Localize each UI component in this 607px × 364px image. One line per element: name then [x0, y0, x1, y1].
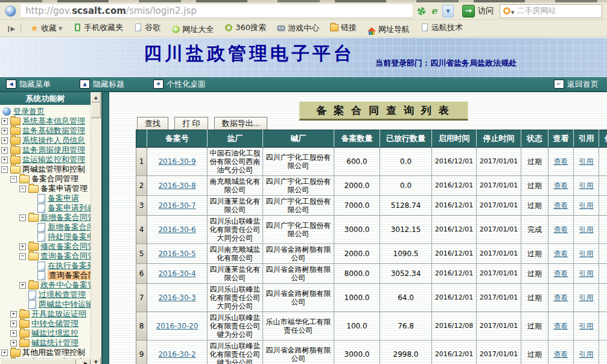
tree-item-link[interactable]: 备案申请管理: [40, 184, 87, 193]
cite-link[interactable]: 引用: [579, 201, 594, 210]
record-id-link[interactable]: 2016-30-3: [158, 293, 195, 302]
vscroll-track[interactable]: [91, 118, 101, 357]
browser-engine-icon[interactable]: e: [430, 7, 439, 16]
collapse-toolbar-icon[interactable]: ❙▶: [6, 25, 14, 32]
search-engine-icon[interactable]: [503, 7, 510, 14]
tree-item-link[interactable]: 登录首页: [13, 107, 45, 116]
tree-item-link[interactable]: 政务中心备案管理: [40, 280, 91, 290]
toolbar-link[interactable]: 360搜索: [224, 22, 266, 33]
toolbar-link[interactable]: 游戏中心: [277, 23, 319, 34]
view-link[interactable]: 查看: [554, 350, 568, 359]
url-input[interactable]: http://gov.scsalt.com/smis/login2.jsp: [20, 4, 413, 18]
expand-plus-icon[interactable]: +: [10, 321, 17, 327]
print-button[interactable]: 打 印: [174, 117, 208, 130]
collapse-minus-icon[interactable]: −: [19, 253, 26, 260]
tree-vertical-scrollbar[interactable]: ▲ ▼: [91, 92, 101, 364]
tree-item-link[interactable]: 新增备案合同管理: [40, 213, 91, 222]
tree-item-link[interactable]: 两碱盐中转运输: [39, 300, 91, 309]
search-input[interactable]: ▼ 二手房网站: [500, 4, 602, 18]
url-dropdown-button[interactable]: ▼: [442, 5, 454, 17]
toolbar-link[interactable]: ★收藏▼: [30, 23, 62, 34]
tree-item-link[interactable]: 待处理备案申请: [48, 232, 91, 242]
vscroll-thumb[interactable]: [91, 102, 101, 118]
tree-item-link[interactable]: 两碱盐管理和控制: [22, 165, 85, 174]
tree-horizontal-scrollbar[interactable]: ▶: [0, 359, 91, 364]
tree-item-link[interactable]: 备案申请列表: [48, 203, 91, 213]
tree-item-link[interactable]: 碱盐过境监控: [31, 328, 78, 338]
vscroll-up-button[interactable]: ▲: [91, 92, 101, 102]
go-button[interactable]: → 访问: [462, 5, 494, 17]
tree-item-link[interactable]: 盐务基础数据管理: [22, 126, 85, 136]
collapse-minus-icon[interactable]: −: [10, 176, 17, 183]
cite-link[interactable]: 引用: [579, 249, 594, 258]
tree-item-link[interactable]: 系统基本信息管理: [22, 116, 85, 126]
view-link[interactable]: 查看: [554, 157, 568, 166]
expand-plus-icon[interactable]: +: [1, 118, 8, 125]
view-link[interactable]: 查看: [554, 269, 568, 278]
cite-link[interactable]: 引用: [579, 350, 594, 359]
search-button[interactable]: 查找: [137, 117, 168, 130]
toolbar-link[interactable]: 远航技术: [421, 22, 463, 33]
cite-link[interactable]: 引用: [579, 157, 594, 166]
personalize-desktop-button[interactable]: ❖ 个性化桌面: [153, 79, 206, 90]
toolbar-link[interactable]: 手机收藏夹: [73, 22, 123, 33]
expand-plus-icon[interactable]: +: [19, 282, 26, 289]
collapse-minus-icon[interactable]: −: [19, 186, 26, 192]
hide-menu-button[interactable]: ◀ 隐藏菜单: [6, 79, 51, 90]
hscroll-thumb[interactable]: [0, 359, 76, 364]
tree-item-link[interactable]: 系统操作人员信息: [22, 136, 85, 145]
expand-plus-icon[interactable]: +: [10, 311, 17, 318]
tree-item-link[interactable]: 碱盐统计管理: [31, 338, 78, 348]
return-home-button[interactable]: ↵ 返回首页: [554, 79, 599, 90]
tree-item-link[interactable]: 盐运输监控和管理: [22, 155, 85, 165]
toolbar-link[interactable]: 网址导航: [367, 24, 410, 35]
expand-plus-icon[interactable]: +: [1, 147, 8, 154]
view-link[interactable]: 查看: [554, 249, 568, 258]
toolbar-link[interactable]: 链接: [330, 22, 357, 33]
expand-plus-icon[interactable]: +: [10, 340, 17, 347]
view-link[interactable]: 查看: [554, 293, 568, 302]
hscroll-track[interactable]: [76, 359, 81, 364]
toolbar-link[interactable]: +网址大全: [171, 24, 214, 35]
tree-item-link[interactable]: 盐务票据使用管理: [22, 145, 85, 155]
vscroll-down-button[interactable]: ▼: [91, 357, 101, 364]
tree-item-link[interactable]: 中转仓储管理: [31, 319, 78, 328]
expand-plus-icon[interactable]: +: [19, 243, 26, 250]
compatibility-icon[interactable]: [417, 7, 426, 16]
record-id-link[interactable]: 2016-30-20: [156, 322, 199, 330]
view-link[interactable]: 查看: [554, 225, 568, 234]
cite-link[interactable]: 引用: [579, 181, 594, 190]
record-id-link[interactable]: 2016-30-4: [158, 269, 195, 278]
tree-item-link[interactable]: 新增备案合同: [48, 222, 91, 232]
expand-plus-icon[interactable]: +: [1, 157, 8, 163]
collapse-minus-icon[interactable]: −: [19, 215, 26, 221]
search-engine-caret-icon[interactable]: ▼: [511, 10, 514, 15]
expand-plus-icon[interactable]: +: [1, 137, 8, 144]
tree-item-link[interactable]: 开具盐放运证明: [31, 309, 86, 319]
cite-link[interactable]: 引用: [579, 269, 594, 278]
record-id-link[interactable]: 2016-30-5: [158, 249, 195, 258]
tree-item-link[interactable]: 备案合同管理: [31, 174, 78, 184]
collapse-minus-icon[interactable]: −: [1, 166, 8, 173]
view-link[interactable]: 查看: [554, 181, 568, 190]
tree-item-link[interactable]: 在执行备案列表: [48, 261, 91, 271]
view-link[interactable]: 查看: [554, 322, 568, 330]
expand-plus-icon[interactable]: +: [1, 128, 8, 134]
expand-plus-icon[interactable]: +: [10, 330, 17, 337]
cite-link[interactable]: 引用: [579, 322, 594, 330]
record-id-link[interactable]: 2016-30-8: [158, 181, 195, 190]
record-id-link[interactable]: 2016-30-9: [158, 157, 195, 166]
tree-item-link[interactable]: 过境检查管理: [39, 290, 86, 300]
tree-item-link[interactable]: 其他用盐管理控制: [22, 348, 85, 357]
record-id-link[interactable]: 2016-30-6: [158, 225, 195, 234]
record-id-link[interactable]: 2016-30-2: [158, 350, 195, 359]
tree-item-link[interactable]: 备案申请: [48, 193, 79, 203]
tree-item-link[interactable]: 查询备案合同管理: [40, 251, 91, 261]
tree-item-link[interactable]: 查询备案合同: [48, 271, 91, 280]
cite-link[interactable]: 引用: [579, 293, 594, 302]
cite-link[interactable]: 引用: [579, 225, 594, 234]
view-link[interactable]: 查看: [554, 201, 568, 210]
toolbar-link[interactable]: 谷歌: [134, 22, 160, 33]
expand-plus-icon[interactable]: +: [1, 350, 8, 356]
record-id-link[interactable]: 2016-30-7: [158, 201, 195, 210]
